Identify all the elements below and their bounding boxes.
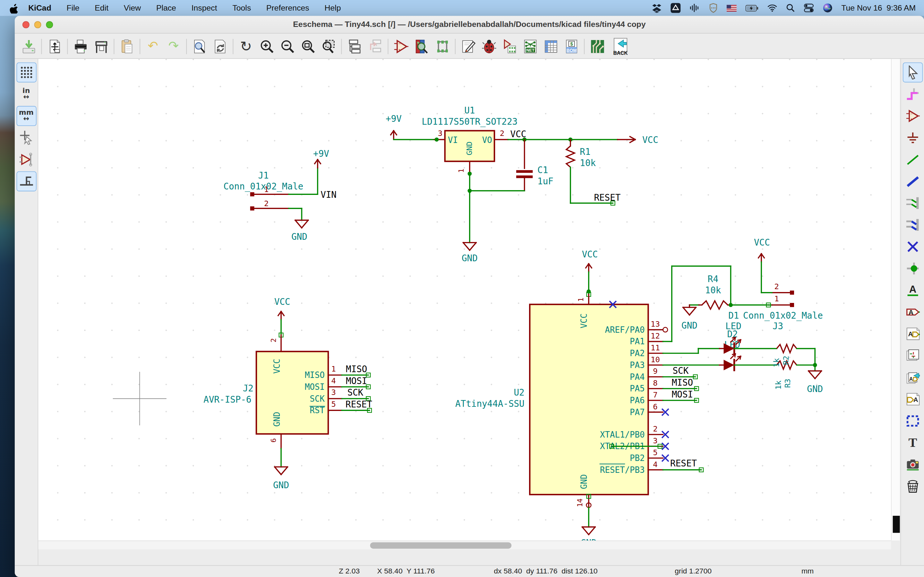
- generate-netlist-button[interactable]: NET: [520, 36, 540, 56]
- svg-text:3: 3: [438, 129, 443, 138]
- title-bar[interactable]: Eeschema — Tiny44.sch [/] — /Users/gabri…: [15, 16, 924, 34]
- svg-text:MISO: MISO: [305, 370, 325, 380]
- undo-button[interactable]: ↶: [142, 36, 163, 56]
- vertical-scrollbar-thumb[interactable]: [893, 516, 900, 533]
- zoom-fit-button[interactable]: [298, 36, 318, 56]
- menu-item-view[interactable]: View: [124, 3, 141, 13]
- status-units: mm: [801, 567, 814, 575]
- svg-text:GND: GND: [272, 412, 282, 427]
- symbol-editor-button[interactable]: −+: [391, 36, 411, 56]
- show-hidden-pins-button[interactable]: [16, 150, 36, 169]
- place-hierarchical-label-button[interactable]: A: [903, 324, 922, 343]
- hierarchy-navigator-button[interactable]: [344, 36, 365, 56]
- redo-button[interactable]: ↷: [163, 36, 184, 56]
- svg-text:1uF: 1uF: [537, 176, 553, 186]
- find-replace-button[interactable]: [210, 36, 230, 56]
- menu-item-kicad[interactable]: KiCad: [28, 3, 51, 13]
- menu-item-inspect[interactable]: Inspect: [192, 3, 217, 13]
- place-global-label-button[interactable]: A: [903, 302, 922, 322]
- zoom-selection-button[interactable]: [318, 36, 339, 56]
- generate-bom-button[interactable]: $BOM: [561, 36, 582, 56]
- cursor-shape-button[interactable]: [16, 128, 36, 148]
- zoom-in-button[interactable]: [256, 36, 277, 56]
- place-power-port-button[interactable]: [903, 128, 922, 148]
- place-hierarchical-sheet-button[interactable]: [903, 346, 922, 366]
- svg-text:MISO: MISO: [672, 377, 693, 388]
- grid-toggle-button[interactable]: [16, 63, 36, 82]
- refresh-view-button[interactable]: ↻: [236, 36, 256, 56]
- place-bus-to-bus-entry-button[interactable]: [903, 215, 922, 235]
- menu-item-file[interactable]: File: [67, 3, 79, 13]
- app-triangle-icon[interactable]: [670, 3, 680, 13]
- highlight-net-button[interactable]: [903, 84, 922, 104]
- place-net-label-button[interactable]: A: [903, 280, 922, 300]
- assign-footprints-button[interactable]: [499, 36, 520, 56]
- save-button[interactable]: [18, 36, 39, 56]
- menu-item-preferences[interactable]: Preferences: [266, 3, 309, 13]
- svg-text:Conn_01x02_Male: Conn_01x02_Male: [743, 310, 823, 321]
- svg-text:RESET: RESET: [346, 399, 372, 409]
- find-button[interactable]: [189, 36, 210, 56]
- place-text-button[interactable]: T: [903, 433, 922, 453]
- footprint-editor-button[interactable]: [432, 36, 452, 56]
- plot-button[interactable]: [91, 36, 111, 56]
- delete-item-button[interactable]: [903, 476, 922, 496]
- place-no-connect-button[interactable]: [903, 237, 922, 256]
- units-inches-button[interactable]: in↔: [16, 84, 36, 104]
- select-cursor-button[interactable]: [903, 63, 922, 82]
- svg-text:VCC: VCC: [642, 135, 658, 145]
- edit-sheet-button[interactable]: [458, 36, 478, 56]
- print-button[interactable]: [70, 36, 91, 56]
- back-annotate-button[interactable]: BACK: [607, 36, 634, 56]
- sheet-settings-button[interactable]: [44, 36, 65, 56]
- schematic-canvas[interactable]: J1Conn_01x02_Male1+9VVIN2GNDU1LD1117S50T…: [38, 59, 891, 540]
- leave-sheet-button[interactable]: [365, 36, 385, 56]
- vertical-scrollbar[interactable]: [891, 59, 900, 540]
- menu-item-place[interactable]: Place: [156, 3, 176, 13]
- svg-text:D1: D1: [728, 310, 739, 321]
- svg-text:Conn_01x02_Male: Conn_01x02_Male: [224, 181, 304, 192]
- place-image-button[interactable]: [903, 455, 922, 474]
- symbol-fields-table-button[interactable]: [540, 36, 561, 56]
- svg-text:T: T: [908, 436, 917, 450]
- svg-text:A: A: [908, 308, 913, 316]
- menu-item-help[interactable]: Help: [325, 3, 341, 13]
- svg-text:SCK: SCK: [673, 366, 689, 376]
- orthogonal-wires-button[interactable]: [16, 171, 36, 191]
- control-center-icon[interactable]: [804, 3, 814, 13]
- svg-text:+: +: [398, 47, 401, 52]
- place-bus-button[interactable]: [903, 171, 922, 191]
- apple-icon[interactable]: [8, 3, 18, 13]
- spotlight-icon[interactable]: [786, 3, 795, 13]
- audio-waveform-icon[interactable]: [689, 3, 700, 13]
- horizontal-scrollbar-thumb[interactable]: [370, 542, 511, 549]
- place-wire-button[interactable]: [903, 150, 922, 169]
- place-junction-button[interactable]: [903, 258, 922, 278]
- erc-button[interactable]: [478, 36, 499, 56]
- svg-text:BACK: BACK: [614, 50, 628, 55]
- symbol-library-browser-button[interactable]: [411, 36, 432, 56]
- us-flag-icon[interactable]: [726, 5, 736, 11]
- paste-button[interactable]: [117, 36, 137, 56]
- svg-text:MOSI: MOSI: [305, 382, 325, 392]
- siri-icon[interactable]: [822, 3, 832, 13]
- svg-text:VO: VO: [482, 135, 492, 145]
- menu-item-edit[interactable]: Edit: [95, 3, 108, 13]
- svg-text:1: 1: [331, 364, 336, 374]
- wifi-icon[interactable]: [767, 4, 777, 12]
- place-sheet-pin-button[interactable]: A: [903, 389, 922, 409]
- horizontal-scrollbar[interactable]: [38, 540, 891, 550]
- svg-text:RESET: RESET: [670, 458, 697, 468]
- place-symbol-button[interactable]: −+: [903, 106, 922, 126]
- place-graphic-line-button[interactable]: [903, 411, 922, 431]
- menu-item-tools[interactable]: Tools: [232, 3, 251, 13]
- zoom-out-button[interactable]: [277, 36, 297, 56]
- run-pcbnew-button[interactable]: [587, 36, 607, 56]
- units-mm-button[interactable]: mm↔: [16, 106, 36, 126]
- menu-bar: KiCad File Edit View Place Inspect Tools…: [0, 0, 924, 16]
- shield-icon[interactable]: [709, 3, 718, 13]
- dropbox-icon[interactable]: [652, 3, 662, 13]
- import-sheet-pin-button[interactable]: A: [903, 367, 922, 387]
- battery-charging-icon[interactable]: [745, 5, 758, 11]
- place-wire-to-bus-entry-button[interactable]: [903, 193, 922, 213]
